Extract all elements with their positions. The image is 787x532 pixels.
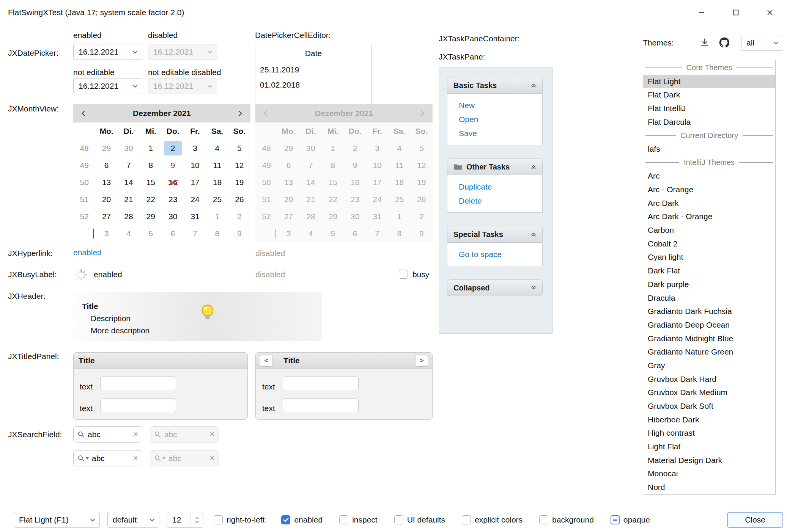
chevron-double-up-icon[interactable] [530, 163, 537, 170]
chevron-double-up-icon[interactable] [530, 82, 537, 89]
day-cell[interactable]: 11 [388, 157, 410, 174]
taskpane-link-save[interactable]: Save [459, 126, 542, 140]
clear-icon[interactable]: × [133, 454, 138, 463]
theme-item-arc[interactable]: Arc [643, 169, 775, 183]
theme-item-flat-light[interactable]: Flat Light [643, 75, 775, 88]
next-month-button[interactable] [416, 107, 429, 120]
busy-checkbox[interactable] [399, 270, 408, 279]
day-cell[interactable]: 9 [228, 225, 250, 242]
day-cell[interactable]: 9 [162, 157, 184, 174]
titledpanel-next-button[interactable]: > [415, 355, 428, 367]
chevron-double-down-icon[interactable] [530, 284, 537, 291]
day-cell[interactable]: 14 [300, 174, 322, 191]
search-field-dropdown-enabled[interactable]: abc × [73, 450, 142, 466]
chevron-down-icon[interactable] [128, 44, 142, 60]
day-cell[interactable]: 7 [118, 157, 140, 174]
day-cell[interactable]: 24 [366, 191, 388, 208]
search-icon[interactable] [77, 431, 85, 438]
day-cell[interactable]: 28 [118, 208, 140, 225]
day-cell[interactable]: 4 [206, 140, 228, 157]
theme-item-gruvbox-dark-medium[interactable]: Gruvbox Dark Medium [643, 386, 775, 400]
day-cell[interactable]: 25 [206, 191, 228, 208]
checkbox-enabled[interactable]: enabled [281, 515, 323, 524]
checkbox-box[interactable] [281, 515, 290, 524]
taskpane-header[interactable]: Collapsed [447, 279, 543, 296]
day-cell[interactable]: 13 [277, 174, 299, 191]
day-cell[interactable]: 27 [277, 208, 299, 225]
theme-item-gruvbox-dark-hard[interactable]: Gruvbox Dark Hard [643, 372, 775, 386]
themes-filter-dropdown[interactable]: all [741, 35, 783, 51]
close-window-button[interactable] [753, 0, 787, 25]
day-cell[interactable]: 22 [322, 191, 344, 208]
day-cell[interactable]: 30 [162, 208, 184, 225]
theme-item-arc-dark[interactable]: Arc Dark [643, 196, 775, 210]
search-dropdown-icon[interactable] [77, 455, 89, 462]
day-cell[interactable]: 28 [300, 208, 322, 225]
checkbox-box[interactable] [214, 515, 223, 524]
day-cell[interactable]: 6 [277, 157, 299, 174]
day-cell[interactable]: 23 [344, 191, 366, 208]
checkbox-opaque[interactable]: opaque [611, 515, 650, 524]
day-cell[interactable]: 20 [95, 191, 117, 208]
day-cell[interactable]: 5 [322, 225, 344, 242]
day-cell[interactable]: 30 [118, 140, 140, 157]
day-cell[interactable]: 24 [184, 191, 206, 208]
day-cell[interactable]: 16 [162, 174, 184, 191]
day-cell[interactable]: 9 [344, 157, 366, 174]
day-cell[interactable]: 8 [206, 225, 228, 242]
day-cell[interactable]: 3 [184, 140, 206, 157]
day-cell[interactable]: 12 [228, 157, 250, 174]
github-icon[interactable] [718, 36, 730, 50]
font-size-spinner[interactable]: 12 [167, 512, 203, 528]
day-cell[interactable]: 21 [300, 191, 322, 208]
day-cell[interactable]: 2 [162, 140, 184, 157]
day-cell[interactable]: 31 [366, 208, 388, 225]
checkbox-box[interactable] [539, 515, 548, 524]
day-cell[interactable]: 3 [277, 225, 299, 242]
next-month-button[interactable] [234, 107, 247, 120]
theme-item-gradianto-midnight-blue[interactable]: Gradianto Midnight Blue [643, 332, 775, 345]
chevron-down-icon[interactable] [128, 78, 142, 94]
hyperlink-enabled[interactable]: enabled [73, 248, 102, 257]
checkbox-box[interactable] [462, 515, 471, 524]
day-cell[interactable]: 1 [322, 140, 344, 157]
theme-item-flat-darcula[interactable]: Flat Darcula [643, 115, 775, 129]
day-cell[interactable]: 8 [388, 225, 410, 242]
day-cell[interactable]: 23 [162, 191, 184, 208]
prev-month-button[interactable] [259, 107, 272, 120]
day-cell[interactable]: 29 [140, 208, 162, 225]
day-cell[interactable]: 7 [366, 225, 388, 242]
day-cell[interactable]: 6 [344, 225, 366, 242]
datepicker-enabled[interactable]: 16.12.2021 [73, 44, 142, 60]
day-cell[interactable]: 18 [206, 174, 228, 191]
day-cell[interactable]: 1 [388, 208, 410, 225]
taskpane-header[interactable]: Special Tasks [447, 226, 543, 243]
day-cell[interactable]: 25 [388, 191, 410, 208]
titledpanel-prev-button[interactable]: < [260, 355, 273, 367]
checkbox-background[interactable]: background [539, 515, 594, 524]
theme-item-hiberbee-dark[interactable]: Hiberbee Dark [643, 413, 775, 427]
search-field-enabled[interactable]: abc × [73, 426, 142, 443]
day-cell[interactable]: 29 [322, 208, 344, 225]
theme-item-gradianto-dark-fuchsia[interactable]: Gradianto Dark Fuchsia [643, 304, 775, 318]
checkbox-right-to-left[interactable]: right-to-left [214, 515, 264, 524]
checkbox-inspect[interactable]: inspect [339, 515, 378, 524]
theme-item-monocai[interactable]: Monocai [643, 467, 775, 481]
table-column-header[interactable]: Date [255, 45, 371, 62]
theme-item-high-contrast[interactable]: High contrast [643, 427, 775, 440]
clear-icon[interactable]: × [133, 430, 138, 439]
day-cell[interactable]: 7 [300, 157, 322, 174]
day-cell[interactable]: 14 [118, 174, 140, 191]
day-cell[interactable]: 29 [277, 140, 299, 157]
day-cell[interactable]: 2 [228, 208, 250, 225]
day-cell[interactable]: 8 [140, 157, 162, 174]
day-cell[interactable]: 10 [184, 157, 206, 174]
theme-item-carbon[interactable]: Carbon [643, 223, 775, 237]
text-field[interactable] [283, 377, 359, 390]
taskpane-link-open[interactable]: Open [459, 112, 542, 126]
day-cell[interactable]: 15 [322, 174, 344, 191]
text-field[interactable] [100, 399, 176, 412]
day-cell[interactable]: 17 [184, 174, 206, 191]
theme-item-gruvbox-dark-soft[interactable]: Gruvbox Dark Soft [643, 399, 775, 413]
day-cell[interactable]: 9 [411, 225, 433, 242]
